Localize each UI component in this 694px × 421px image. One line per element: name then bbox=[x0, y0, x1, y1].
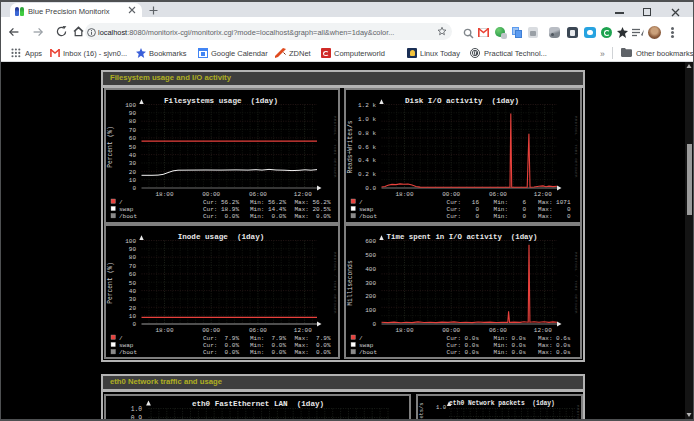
svg-text:00:00: 00:00 bbox=[442, 190, 460, 197]
svg-text:20: 20 bbox=[128, 168, 136, 175]
svg-text:Max: 0.0%: Max: 0.0% bbox=[294, 349, 330, 356]
svg-text:Min: 0.0s: Min: 0.0s bbox=[493, 335, 526, 342]
svg-text:06:00: 06:00 bbox=[488, 190, 506, 197]
svg-text:1.0: 1.0 bbox=[435, 404, 446, 411]
svg-text:Max: 56.2%: Max: 56.2% bbox=[294, 198, 330, 205]
svg-text:0.6 k: 0.6 k bbox=[357, 143, 375, 150]
svg-text:Cur: 0.0%: Cur: 0.0% bbox=[202, 349, 238, 356]
svg-text:Cur: 7.9%: Cur: 7.9% bbox=[202, 335, 238, 342]
svg-text:swap: swap bbox=[119, 205, 134, 212]
svg-text:0: 0 bbox=[132, 321, 136, 328]
svg-text:500: 500 bbox=[365, 252, 376, 259]
svg-text:30: 30 bbox=[128, 296, 136, 303]
svg-text:Max: 0: Max: 0 bbox=[538, 213, 571, 220]
svg-text:100: 100 bbox=[125, 238, 136, 245]
svg-text:90: 90 bbox=[128, 110, 136, 117]
svg-text:RRDTOOL / TOBI OETIKER: RRDTOOL / TOBI OETIKER bbox=[573, 116, 577, 178]
svg-text:Percent (%): Percent (%) bbox=[107, 262, 114, 304]
svg-text:Min: 0.0s: Min: 0.0s bbox=[493, 342, 526, 349]
svg-text:Max: 0.0s: Max: 0.0s bbox=[538, 342, 571, 349]
svg-text:40: 40 bbox=[128, 151, 136, 158]
svg-text:60: 60 bbox=[128, 271, 136, 278]
svg-text:12:00: 12:00 bbox=[293, 327, 311, 334]
svg-text:0.8 k: 0.8 k bbox=[357, 129, 375, 136]
svg-text:Percent (%): Percent (%) bbox=[107, 126, 114, 168]
svg-text:0.2 k: 0.2 k bbox=[357, 171, 375, 178]
svg-text:/: / bbox=[359, 198, 363, 205]
svg-text:Max: 7.9%: Max: 7.9% bbox=[294, 335, 330, 342]
svg-text:80: 80 bbox=[128, 118, 136, 125]
svg-text:Max: 20.5%: Max: 20.5% bbox=[294, 205, 330, 212]
svg-text:/boot: /boot bbox=[359, 349, 377, 356]
svg-text:Cur: 0.0s: Cur: 0.0s bbox=[446, 349, 479, 356]
svg-text:80: 80 bbox=[128, 254, 136, 261]
svg-text:50: 50 bbox=[128, 280, 136, 287]
svg-text:90: 90 bbox=[128, 246, 136, 253]
svg-text:Cur: 0: Cur: 0 bbox=[446, 205, 479, 212]
svg-text:12:00: 12:00 bbox=[533, 327, 551, 334]
svg-text:200: 200 bbox=[365, 293, 376, 300]
svg-text:Min: 0: Min: 0 bbox=[493, 213, 526, 220]
svg-text:10: 10 bbox=[128, 176, 136, 183]
svg-text:Min: 0.0%: Min: 0.0% bbox=[249, 342, 285, 349]
svg-text:Cur: 0.0s: Cur: 0.0s bbox=[446, 342, 479, 349]
svg-text:00:00: 00:00 bbox=[202, 327, 220, 334]
svg-text:Reads+Writes/s: Reads+Writes/s bbox=[347, 120, 354, 173]
svg-text:18:00: 18:00 bbox=[155, 190, 173, 197]
svg-text:Max: 0.6s: Max: 0.6s bbox=[538, 335, 571, 342]
svg-text:70: 70 bbox=[128, 263, 136, 270]
svg-text:/boot: /boot bbox=[119, 349, 137, 356]
svg-text:Max: 0.0%: Max: 0.0% bbox=[294, 342, 330, 349]
svg-text:0.0: 0.0 bbox=[365, 185, 376, 192]
svg-text:eth0 Network packets (1day): eth0 Network packets (1day) bbox=[449, 399, 555, 406]
svg-text:swap: swap bbox=[359, 205, 374, 212]
svg-text:Cur: 0.0%: Cur: 0.0% bbox=[202, 342, 238, 349]
svg-text:eth0 FastEthernet LAN (1day): eth0 FastEthernet LAN (1day) bbox=[191, 400, 323, 408]
svg-text:60: 60 bbox=[128, 135, 136, 142]
svg-text:0: 0 bbox=[372, 321, 376, 328]
svg-text:Cur: 0.0s: Cur: 0.0s bbox=[446, 335, 479, 342]
svg-text:Cur: 0: Cur: 0 bbox=[446, 213, 479, 220]
svg-text:18:00: 18:00 bbox=[155, 327, 173, 334]
svg-text:100: 100 bbox=[365, 307, 376, 314]
svg-text:Filesystems usage (1day): Filesystems usage (1day) bbox=[164, 97, 278, 105]
svg-text:30: 30 bbox=[128, 160, 136, 167]
svg-text:18:00: 18:00 bbox=[395, 327, 413, 334]
svg-text:Max: 0: Max: 0 bbox=[538, 205, 571, 212]
svg-text:/: / bbox=[119, 198, 123, 205]
svg-text:12:00: 12:00 bbox=[293, 190, 311, 197]
svg-text:40: 40 bbox=[128, 288, 136, 295]
svg-text:Min: 7.9%: Min: 7.9% bbox=[249, 335, 285, 342]
svg-text:swap: swap bbox=[119, 342, 134, 349]
svg-text:Cur: 18.9%: Cur: 18.9% bbox=[202, 205, 238, 212]
svg-text:1.2 k: 1.2 k bbox=[357, 101, 375, 108]
svg-text:/boot: /boot bbox=[359, 213, 377, 220]
svg-text:Min: 0.0%: Min: 0.0% bbox=[249, 349, 285, 356]
svg-text:70: 70 bbox=[128, 126, 136, 133]
svg-text:20: 20 bbox=[128, 305, 136, 312]
svg-text:Cur: 16: Cur: 16 bbox=[446, 198, 479, 205]
svg-text:Time spent in I/O activity (1: Time spent in I/O activity (1day) bbox=[386, 233, 537, 241]
svg-text:06:00: 06:00 bbox=[248, 327, 266, 334]
svg-text:00:00: 00:00 bbox=[442, 327, 460, 334]
svg-text:0.4 k: 0.4 k bbox=[357, 157, 375, 164]
svg-text:100: 100 bbox=[125, 101, 136, 108]
svg-text:Milliseconds: Milliseconds bbox=[347, 260, 354, 306]
svg-text:1.0: 1.0 bbox=[130, 406, 142, 413]
svg-text:Max: 0.0s: Max: 0.0s bbox=[538, 349, 571, 356]
svg-text:06:00: 06:00 bbox=[248, 190, 266, 197]
svg-text:Max: 1071: Max: 1071 bbox=[538, 198, 571, 205]
svg-text:RRDTOOL / TOBI OETIKER: RRDTOOL / TOBI OETIKER bbox=[573, 252, 577, 314]
svg-text:Inode usage (1day): Inode usage (1day) bbox=[177, 233, 264, 241]
svg-text:12:00: 12:00 bbox=[533, 190, 551, 197]
svg-text:RRDTOOL / TOBI OETIKER: RRDTOOL / TOBI OETIKER bbox=[332, 116, 336, 178]
svg-text:400: 400 bbox=[365, 266, 376, 273]
svg-text:50: 50 bbox=[128, 143, 136, 150]
svg-text:swap: swap bbox=[359, 342, 374, 349]
svg-text:18:00: 18:00 bbox=[395, 190, 413, 197]
svg-text:/boot: /boot bbox=[119, 213, 137, 220]
svg-text:06:00: 06:00 bbox=[488, 327, 506, 334]
svg-text:1.0 k: 1.0 k bbox=[357, 115, 375, 122]
svg-text:RRDTOOL / TOBI OETIKER: RRDTOOL / TOBI OETIKER bbox=[332, 252, 336, 314]
svg-text:300: 300 bbox=[365, 280, 376, 287]
